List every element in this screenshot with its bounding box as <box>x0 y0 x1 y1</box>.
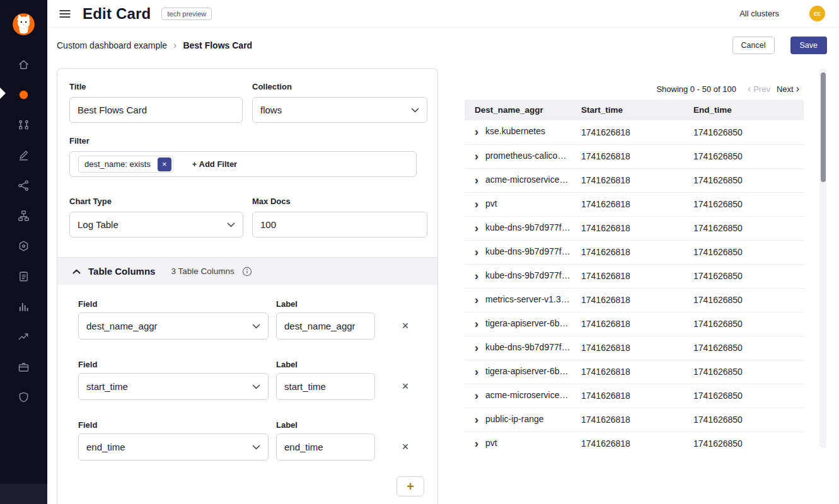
table-row[interactable]: ›acme-microservice…17416268181741626850 <box>465 168 804 192</box>
remove-column-button[interactable]: × <box>398 379 412 393</box>
table-row[interactable]: ›kube-dns-9b7d977f…17416268181741626850 <box>465 240 804 264</box>
security-icon <box>17 391 30 404</box>
threats-icon <box>17 330 30 343</box>
preview-table: Dest_name_aggr Start_time End_time ›kse.… <box>465 100 804 449</box>
cell-start-time: 1741626818 <box>578 192 690 216</box>
scrollbar-thumb[interactable] <box>821 72 826 182</box>
add-column-button[interactable]: + <box>396 476 424 496</box>
sidebar-nav <box>0 49 47 412</box>
table-column-row: Fieldstart_timeLabel× <box>57 360 437 420</box>
remove-filter-icon[interactable]: × <box>158 158 171 171</box>
scrollbar[interactable] <box>819 68 826 449</box>
sidebar-item-network-sets[interactable] <box>0 200 47 231</box>
row-expand-icon[interactable]: › <box>475 341 478 355</box>
sidebar-item-endpoints[interactable] <box>0 170 47 200</box>
table-columns-header[interactable]: Table Columns 3 Table Columns <box>57 257 437 285</box>
chevron-up-icon[interactable] <box>72 269 81 274</box>
menu-icon[interactable] <box>58 7 72 21</box>
table-columns-list: Fielddest_name_aggrLabel×Fieldstart_time… <box>57 285 437 481</box>
save-button[interactable]: Save <box>790 37 828 54</box>
label-input-2[interactable] <box>276 433 375 461</box>
info-icon[interactable] <box>242 266 252 277</box>
sidebar-item-dashboards[interactable] <box>0 79 47 110</box>
storage-icon <box>17 360 30 374</box>
max-docs-input[interactable] <box>252 212 427 238</box>
sidebar-item-clusters[interactable] <box>0 231 47 261</box>
sidebar-item-security[interactable] <box>0 382 47 412</box>
service-graph-icon <box>17 118 30 132</box>
field-select-0[interactable]: dest_name_aggr <box>78 312 269 340</box>
sidebar-item-compliance[interactable] <box>0 261 47 291</box>
cell-start-time: 1741626818 <box>578 168 690 192</box>
breadcrumb-parent[interactable]: Custom dashboard example <box>57 40 167 50</box>
cell-end-time: 1741626850 <box>690 312 804 336</box>
sidebar-item-policies[interactable] <box>0 140 47 170</box>
chevron-down-icon <box>411 108 419 113</box>
row-expand-icon[interactable]: › <box>475 246 478 259</box>
table-row[interactable]: ›public-ip-range17416268181741626850 <box>465 408 804 432</box>
label-input-0[interactable] <box>276 312 375 340</box>
collection-select[interactable]: flows <box>252 97 427 123</box>
table-row[interactable]: ›kube-dns-9b7d977f…17416268181741626850 <box>465 336 804 360</box>
table-row[interactable]: ›tigera-apiserver-6b…1741626818174162685… <box>465 312 804 336</box>
row-expand-icon[interactable]: › <box>475 294 478 307</box>
cell-end-time: 1741626850 <box>690 432 804 449</box>
cell-end-time: 1741626850 <box>690 144 804 168</box>
add-filter-button[interactable]: + Add Filter <box>192 159 237 169</box>
field-label: Field <box>78 420 97 430</box>
row-expand-icon[interactable]: › <box>475 198 478 211</box>
table-row[interactable]: ›pvt17416268181741626850 <box>465 432 804 449</box>
endpoints-icon <box>17 179 30 192</box>
cell-dest-name: ›public-ip-range <box>465 408 578 432</box>
table-row[interactable]: ›tigera-apiserver-6b…1741626818174162685… <box>465 360 804 384</box>
cell-dest-name: ›kube-dns-9b7d977f… <box>465 216 578 240</box>
cancel-button[interactable]: Cancel <box>732 37 775 54</box>
row-expand-icon[interactable]: › <box>475 174 478 187</box>
row-expand-icon[interactable]: › <box>475 270 478 283</box>
cell-start-time: 1741626818 <box>578 240 690 264</box>
table-row[interactable]: ›prometheus-calico…17416268181741626850 <box>465 144 804 168</box>
row-expand-icon[interactable]: › <box>475 222 478 235</box>
sidebar-item-storage[interactable] <box>0 352 47 382</box>
table-row[interactable]: ›kube-dns-9b7d977f…17416268181741626850 <box>465 216 804 240</box>
field-label: Field <box>78 299 97 309</box>
row-expand-icon[interactable]: › <box>475 389 478 403</box>
row-expand-icon[interactable]: › <box>475 125 478 139</box>
row-expand-icon[interactable]: › <box>475 413 478 427</box>
cell-dest-name: ›acme-microservice… <box>465 168 578 192</box>
card-preview-panel: Showing 0 - 50 of 100 ‹ Prev Next › Dest… <box>449 68 828 449</box>
table-row[interactable]: ›kse.kubernetes17416268181741626850 <box>465 120 804 144</box>
row-expand-icon[interactable]: › <box>475 150 478 163</box>
cluster-selector[interactable]: All clusters <box>739 9 779 18</box>
next-button[interactable]: Next › <box>777 84 802 94</box>
row-expand-icon[interactable]: › <box>475 365 478 379</box>
table-row[interactable]: ›pvt17416268181741626850 <box>465 192 804 216</box>
sidebar-item-threats[interactable] <box>0 321 47 352</box>
policies-icon <box>17 149 30 162</box>
row-expand-icon[interactable]: › <box>475 437 478 449</box>
filter-box[interactable]: dest_name: exists × + Add Filter <box>69 151 417 177</box>
prev-button[interactable]: ‹ Prev <box>745 84 770 94</box>
sidebar-item-logs[interactable] <box>0 291 47 321</box>
breadcrumb-chevron-icon: › <box>173 40 176 51</box>
cell-start-time: 1741626818 <box>578 312 690 336</box>
table-row[interactable]: ›metrics-server-v1.3…1741626818174162685… <box>465 288 804 312</box>
calico-logo-icon[interactable] <box>8 7 39 38</box>
remove-column-button[interactable]: × <box>398 440 412 454</box>
chart-type-select[interactable]: Log Table <box>69 212 243 238</box>
label-input-1[interactable] <box>276 373 375 400</box>
field-select-1[interactable]: start_time <box>78 373 269 400</box>
sidebar-item-home[interactable] <box>0 49 47 79</box>
title-input[interactable] <box>69 97 243 123</box>
remove-column-button[interactable]: × <box>398 319 412 333</box>
user-avatar[interactable]: cc <box>809 6 825 21</box>
collection-value: flows <box>260 105 282 115</box>
field-value: start_time <box>86 381 128 392</box>
table-row[interactable]: ›acme-microservice…17416268181741626850 <box>465 384 804 408</box>
cell-dest-name: ›kse.kubernetes <box>465 120 578 144</box>
sidebar-item-service-graph[interactable] <box>0 110 47 140</box>
table-row[interactable]: ›kube-dns-9b7d977f…17416268181741626850 <box>465 264 804 288</box>
row-expand-icon[interactable]: › <box>475 318 478 331</box>
column-header-end-time: End_time <box>690 100 804 120</box>
field-select-2[interactable]: end_time <box>78 433 269 461</box>
